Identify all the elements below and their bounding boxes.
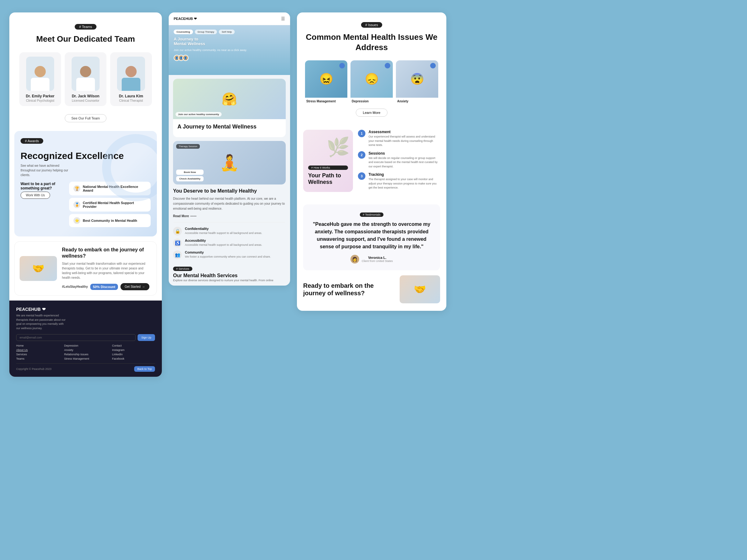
feature-desc-acc: Accessible mental health support to all … [185,243,262,247]
anxiety-emoji: 😨 [410,73,424,85]
awards-section: # Awards Recognized Excellence See what … [14,131,157,236]
footer-link-facebook[interactable]: Facebook [112,357,155,360]
feature-community: 👥 Community We foster a supportive commu… [173,250,286,259]
issues-cards: 😖 Stress Management 😞 Depression 😨 [305,60,438,103]
testimonial-author: 👩 Veronica L. Client from United States [309,255,434,264]
three-panel-container: # Teams Meet Our Dedicated Team Dr. Emil… [9,12,738,377]
team-name-emily: Dr. Emily Parker [22,94,58,98]
footer-email-input[interactable] [16,334,136,341]
community-icon: 👥 [173,250,182,259]
journey-card: 🤗 Join our active healthy community A Jo… [173,79,286,137]
footer-link-instagram[interactable]: Instagram [112,348,155,351]
team-grid: Dr. Emily Parker Clinical Psychologist D… [19,52,152,106]
step-num-1: 1 [358,130,365,137]
hero-section: Counseling Group Therapy Self Help A Jou… [169,25,290,75]
deserve-text: Discover the heart behind our mental hea… [173,196,286,211]
hands-emoji: 🤝 [32,263,45,274]
footer-link-linkedin[interactable]: LinkedIn [112,353,155,356]
heart-icon: ❤ [42,307,46,312]
therapy-card: 🧘 Therapy Session Book Now Check Availab… [173,141,286,185]
right-panel: # Issues Common Mental Health Issues We … [297,12,446,311]
nav-pill-counseling[interactable]: Counseling [174,30,193,34]
nav-pill-self[interactable]: Self Help [219,30,234,34]
mobile-logo-text: PEACEHUB [174,17,193,21]
footer-link-depression[interactable]: Depression [64,344,107,347]
footer-link-contact[interactable]: Contact [112,344,155,347]
hero-title: A Journey toMental Wellness [174,37,285,46]
work-with-button[interactable]: Work With Us [21,192,50,199]
footer-signup-button[interactable]: Sign Up [137,334,155,341]
wellness-content: Ready to embark on the journey of wellne… [62,247,152,291]
footer-link-home[interactable]: Home [16,344,59,347]
award-item-2: 🏅 Certified Mental Health Support Provid… [69,198,151,212]
therapy-buttons: Book Now Check Availability [176,169,204,181]
journey-text: A Journey to Mental Wellness [173,119,286,137]
awards-tag: # Awards [21,138,43,144]
award-label-1: National Mental Health Excellence Award [83,185,146,192]
wellness-image: 🤝 [20,256,57,281]
step-title-3: Tracking [368,172,440,177]
wellness-title: Ready to embark on the journey of wellne… [62,247,152,260]
right-wellness-title: Ready to embark on the journey of wellne… [303,282,395,297]
stress-dot [339,63,345,69]
wellness-path-title: Your Path to Wellness [308,172,348,186]
author-emoji: 👩 [352,257,357,262]
award-icon-3: ⭐ [74,217,80,224]
footer-link-teams[interactable]: Teams [16,357,59,360]
back-to-top-button[interactable]: Back to Top [134,366,155,372]
how-it-works-section: # How it Works 🌿 Your Path to Wellness 1… [297,130,446,198]
footer-logo: PEACEHUB ❤ [16,307,155,312]
mobile-logo-icon: ❤ [194,17,197,21]
testimonials-section: # Testimonials "PeaceHub gave me the str… [303,205,440,270]
team-role-laura: Clinical Therapist [113,99,149,102]
services-tag: # Services [173,267,192,271]
how-tag: # How it Works [308,165,348,170]
footer-link-stress[interactable]: Stress Management [64,357,107,360]
right-wellness-text: Ready to embark on the journey of wellne… [303,282,395,297]
step-desc-1: Our experienced therapist will assess an… [368,135,440,148]
issues-section: # Issues Common Mental Health Issues We … [297,12,446,130]
stress-label: Stress Management [305,100,347,103]
footer-link-about[interactable]: About Us [16,348,59,351]
check-availability-button[interactable]: Check Availability [176,176,204,181]
right-wellness-emoji: 🤝 [414,284,426,295]
learn-more-button[interactable]: Learn More [356,109,387,117]
depression-label: Depression [351,100,393,103]
depression-dot [385,63,390,69]
awards-want: Want to be a part of something great? [21,182,64,190]
footer-link-services[interactable]: Services [16,353,59,356]
get-started-button[interactable]: Get Started → [121,283,149,290]
right-wellness-image: 🤝 [400,275,440,303]
wellness-deco: 🌿 [327,136,350,158]
journey-title: A Journey to Mental Wellness [177,124,281,130]
divider-1 [174,222,285,222]
team-role-emily: Clinical Psychologist [22,99,58,102]
teams-section: # Teams Meet Our Dedicated Team Dr. Emil… [9,12,162,131]
feature-desc-comm: We foster a supportive community where y… [185,255,271,259]
read-more-button[interactable]: Read More —— [173,214,286,218]
right-wellness-cta: Ready to embark on the journey of wellne… [297,275,446,311]
hamburger-icon[interactable]: ☰ [281,16,285,21]
footer-link-anxiety[interactable]: Anxiety [64,348,107,351]
left-footer: PEACEHUB ❤ We are mental health experien… [9,300,162,377]
services-desc: Explore our diverse services designed to… [173,278,286,283]
awards-title: Recognized Excellence [21,151,151,161]
award-item-3: ⭐ Best Community in Mental Health [69,214,151,227]
award-icon-2: 🏅 [74,201,80,208]
features-list: 🔒 Confidentiality Accessible mental heal… [173,227,286,259]
footer-description: We are mental health experienced therapi… [16,314,66,330]
therapy-image: 🧘 Therapy Session Book Now Check Availab… [173,141,286,185]
book-now-button[interactable]: Book Now [176,169,204,175]
therapy-session-badge: Therapy Session [176,144,200,149]
step-num-2: 2 [358,151,365,159]
step-desc-3: The therapist assigned to your case will… [368,177,440,190]
see-team-button[interactable]: See Our Full Team [65,114,106,122]
feature-title-acc: Accessibility [185,239,262,242]
award-label-2: Certified Mental Health Support Provider [83,201,146,209]
center-panel: PEACEHUB ❤ ☰ Counseling Group Therapy Se… [169,12,290,286]
wellness-path-card: # How it Works 🌿 Your Path to Wellness [303,130,353,192]
accessibility-icon: ♿ [173,239,182,247]
nav-pill-group[interactable]: Group Therapy [195,30,217,34]
feature-title-conf: Confidentiality [185,227,262,231]
footer-link-relationship[interactable]: Relationship Issues [64,353,107,356]
